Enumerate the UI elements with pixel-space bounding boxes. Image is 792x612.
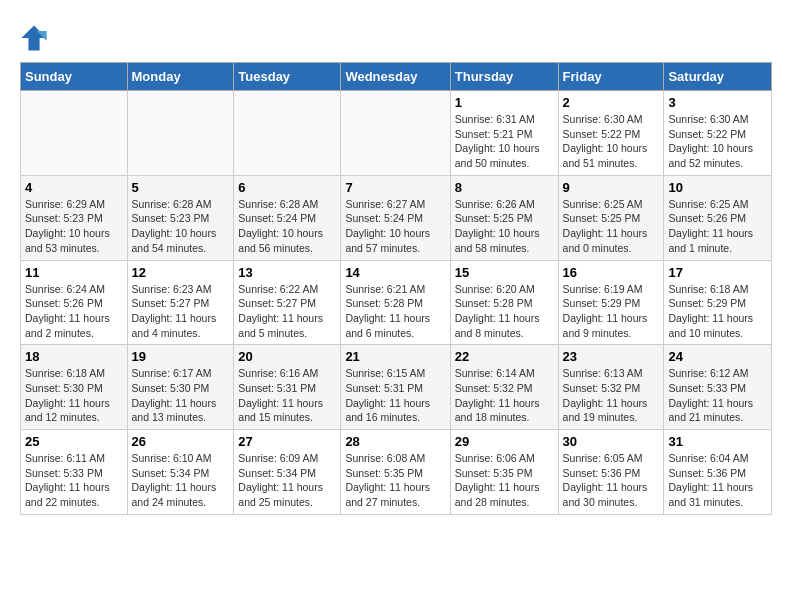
day-number: 15 xyxy=(455,265,554,280)
calendar-cell xyxy=(21,91,128,176)
day-info: Sunrise: 6:28 AM Sunset: 5:23 PM Dayligh… xyxy=(132,197,230,256)
day-info: Sunrise: 6:11 AM Sunset: 5:33 PM Dayligh… xyxy=(25,451,123,510)
calendar-cell: 31Sunrise: 6:04 AM Sunset: 5:36 PM Dayli… xyxy=(664,430,772,515)
calendar-cell: 22Sunrise: 6:14 AM Sunset: 5:32 PM Dayli… xyxy=(450,345,558,430)
day-info: Sunrise: 6:18 AM Sunset: 5:30 PM Dayligh… xyxy=(25,366,123,425)
weekday-header-saturday: Saturday xyxy=(664,63,772,91)
calendar-cell: 9Sunrise: 6:25 AM Sunset: 5:25 PM Daylig… xyxy=(558,175,664,260)
week-row-1: 1Sunrise: 6:31 AM Sunset: 5:21 PM Daylig… xyxy=(21,91,772,176)
day-info: Sunrise: 6:08 AM Sunset: 5:35 PM Dayligh… xyxy=(345,451,445,510)
day-info: Sunrise: 6:13 AM Sunset: 5:32 PM Dayligh… xyxy=(563,366,660,425)
day-number: 23 xyxy=(563,349,660,364)
day-info: Sunrise: 6:21 AM Sunset: 5:28 PM Dayligh… xyxy=(345,282,445,341)
day-number: 10 xyxy=(668,180,767,195)
calendar-cell: 12Sunrise: 6:23 AM Sunset: 5:27 PM Dayli… xyxy=(127,260,234,345)
calendar-cell: 24Sunrise: 6:12 AM Sunset: 5:33 PM Dayli… xyxy=(664,345,772,430)
weekday-header-row: SundayMondayTuesdayWednesdayThursdayFrid… xyxy=(21,63,772,91)
day-number: 30 xyxy=(563,434,660,449)
weekday-header-monday: Monday xyxy=(127,63,234,91)
day-number: 8 xyxy=(455,180,554,195)
day-info: Sunrise: 6:19 AM Sunset: 5:29 PM Dayligh… xyxy=(563,282,660,341)
day-info: Sunrise: 6:09 AM Sunset: 5:34 PM Dayligh… xyxy=(238,451,336,510)
calendar-cell: 26Sunrise: 6:10 AM Sunset: 5:34 PM Dayli… xyxy=(127,430,234,515)
calendar-cell xyxy=(234,91,341,176)
day-info: Sunrise: 6:14 AM Sunset: 5:32 PM Dayligh… xyxy=(455,366,554,425)
calendar-cell: 20Sunrise: 6:16 AM Sunset: 5:31 PM Dayli… xyxy=(234,345,341,430)
day-number: 19 xyxy=(132,349,230,364)
day-number: 28 xyxy=(345,434,445,449)
day-number: 22 xyxy=(455,349,554,364)
weekday-header-wednesday: Wednesday xyxy=(341,63,450,91)
calendar-cell: 7Sunrise: 6:27 AM Sunset: 5:24 PM Daylig… xyxy=(341,175,450,260)
day-info: Sunrise: 6:22 AM Sunset: 5:27 PM Dayligh… xyxy=(238,282,336,341)
day-number: 4 xyxy=(25,180,123,195)
weekday-header-tuesday: Tuesday xyxy=(234,63,341,91)
calendar-table: SundayMondayTuesdayWednesdayThursdayFrid… xyxy=(20,62,772,515)
day-number: 16 xyxy=(563,265,660,280)
day-number: 29 xyxy=(455,434,554,449)
week-row-2: 4Sunrise: 6:29 AM Sunset: 5:23 PM Daylig… xyxy=(21,175,772,260)
day-info: Sunrise: 6:27 AM Sunset: 5:24 PM Dayligh… xyxy=(345,197,445,256)
day-info: Sunrise: 6:24 AM Sunset: 5:26 PM Dayligh… xyxy=(25,282,123,341)
day-number: 12 xyxy=(132,265,230,280)
day-number: 13 xyxy=(238,265,336,280)
day-number: 14 xyxy=(345,265,445,280)
day-info: Sunrise: 6:04 AM Sunset: 5:36 PM Dayligh… xyxy=(668,451,767,510)
page-header xyxy=(20,20,772,52)
day-info: Sunrise: 6:31 AM Sunset: 5:21 PM Dayligh… xyxy=(455,112,554,171)
calendar-cell: 14Sunrise: 6:21 AM Sunset: 5:28 PM Dayli… xyxy=(341,260,450,345)
day-info: Sunrise: 6:05 AM Sunset: 5:36 PM Dayligh… xyxy=(563,451,660,510)
calendar-cell: 23Sunrise: 6:13 AM Sunset: 5:32 PM Dayli… xyxy=(558,345,664,430)
week-row-3: 11Sunrise: 6:24 AM Sunset: 5:26 PM Dayli… xyxy=(21,260,772,345)
day-info: Sunrise: 6:23 AM Sunset: 5:27 PM Dayligh… xyxy=(132,282,230,341)
calendar-cell: 15Sunrise: 6:20 AM Sunset: 5:28 PM Dayli… xyxy=(450,260,558,345)
calendar-cell: 2Sunrise: 6:30 AM Sunset: 5:22 PM Daylig… xyxy=(558,91,664,176)
calendar-cell: 13Sunrise: 6:22 AM Sunset: 5:27 PM Dayli… xyxy=(234,260,341,345)
day-number: 27 xyxy=(238,434,336,449)
day-number: 20 xyxy=(238,349,336,364)
day-number: 26 xyxy=(132,434,230,449)
calendar-cell: 17Sunrise: 6:18 AM Sunset: 5:29 PM Dayli… xyxy=(664,260,772,345)
day-number: 7 xyxy=(345,180,445,195)
calendar-cell: 18Sunrise: 6:18 AM Sunset: 5:30 PM Dayli… xyxy=(21,345,128,430)
day-number: 2 xyxy=(563,95,660,110)
calendar-cell: 21Sunrise: 6:15 AM Sunset: 5:31 PM Dayli… xyxy=(341,345,450,430)
logo xyxy=(20,20,52,52)
calendar-cell xyxy=(127,91,234,176)
svg-marker-0 xyxy=(21,25,46,50)
calendar-cell: 5Sunrise: 6:28 AM Sunset: 5:23 PM Daylig… xyxy=(127,175,234,260)
day-info: Sunrise: 6:16 AM Sunset: 5:31 PM Dayligh… xyxy=(238,366,336,425)
calendar-cell: 3Sunrise: 6:30 AM Sunset: 5:22 PM Daylig… xyxy=(664,91,772,176)
calendar-cell xyxy=(341,91,450,176)
calendar-cell: 25Sunrise: 6:11 AM Sunset: 5:33 PM Dayli… xyxy=(21,430,128,515)
calendar-cell: 16Sunrise: 6:19 AM Sunset: 5:29 PM Dayli… xyxy=(558,260,664,345)
day-number: 24 xyxy=(668,349,767,364)
day-info: Sunrise: 6:25 AM Sunset: 5:25 PM Dayligh… xyxy=(563,197,660,256)
logo-icon xyxy=(20,24,48,52)
calendar-cell: 19Sunrise: 6:17 AM Sunset: 5:30 PM Dayli… xyxy=(127,345,234,430)
calendar-cell: 28Sunrise: 6:08 AM Sunset: 5:35 PM Dayli… xyxy=(341,430,450,515)
week-row-4: 18Sunrise: 6:18 AM Sunset: 5:30 PM Dayli… xyxy=(21,345,772,430)
day-info: Sunrise: 6:29 AM Sunset: 5:23 PM Dayligh… xyxy=(25,197,123,256)
day-info: Sunrise: 6:12 AM Sunset: 5:33 PM Dayligh… xyxy=(668,366,767,425)
calendar-cell: 27Sunrise: 6:09 AM Sunset: 5:34 PM Dayli… xyxy=(234,430,341,515)
day-number: 3 xyxy=(668,95,767,110)
day-number: 25 xyxy=(25,434,123,449)
day-info: Sunrise: 6:18 AM Sunset: 5:29 PM Dayligh… xyxy=(668,282,767,341)
calendar-cell: 29Sunrise: 6:06 AM Sunset: 5:35 PM Dayli… xyxy=(450,430,558,515)
day-number: 18 xyxy=(25,349,123,364)
calendar-cell: 10Sunrise: 6:25 AM Sunset: 5:26 PM Dayli… xyxy=(664,175,772,260)
day-number: 17 xyxy=(668,265,767,280)
day-info: Sunrise: 6:30 AM Sunset: 5:22 PM Dayligh… xyxy=(668,112,767,171)
weekday-header-thursday: Thursday xyxy=(450,63,558,91)
day-number: 6 xyxy=(238,180,336,195)
day-number: 21 xyxy=(345,349,445,364)
calendar-cell: 8Sunrise: 6:26 AM Sunset: 5:25 PM Daylig… xyxy=(450,175,558,260)
calendar-cell: 4Sunrise: 6:29 AM Sunset: 5:23 PM Daylig… xyxy=(21,175,128,260)
day-info: Sunrise: 6:06 AM Sunset: 5:35 PM Dayligh… xyxy=(455,451,554,510)
day-number: 5 xyxy=(132,180,230,195)
week-row-5: 25Sunrise: 6:11 AM Sunset: 5:33 PM Dayli… xyxy=(21,430,772,515)
calendar-cell: 30Sunrise: 6:05 AM Sunset: 5:36 PM Dayli… xyxy=(558,430,664,515)
day-info: Sunrise: 6:17 AM Sunset: 5:30 PM Dayligh… xyxy=(132,366,230,425)
day-info: Sunrise: 6:26 AM Sunset: 5:25 PM Dayligh… xyxy=(455,197,554,256)
